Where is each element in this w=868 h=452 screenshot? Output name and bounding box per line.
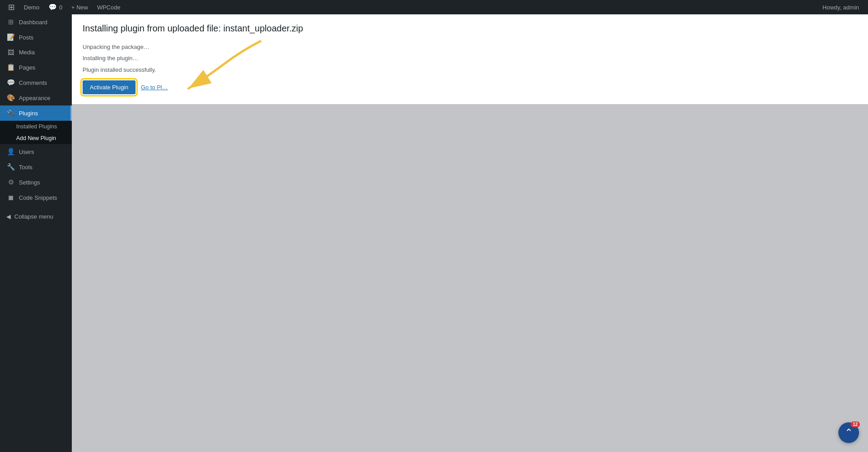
log-line-3: Plugin installed successfully. (83, 65, 857, 75)
users-icon: 👤 (6, 148, 15, 156)
collapse-menu-button[interactable]: ◀ Collapse menu (0, 210, 72, 224)
sidebar-item-comments[interactable]: 💬 Comments (0, 75, 72, 90)
appearance-label: Appearance (19, 95, 50, 101)
installed-plugins-link[interactable]: Installed Plugins (0, 121, 72, 132)
code-snippets-label: Code Snippets (19, 194, 57, 201)
media-icon: 🖼 (6, 48, 15, 56)
log-line-2: Installing the plugin… (83, 53, 857, 63)
posts-label: Posts (19, 34, 34, 41)
comments-count: 0 (59, 4, 62, 11)
sidebar-item-code-snippets[interactable]: ◼ Code Snippets (0, 190, 72, 205)
new-content-button[interactable]: + New (67, 0, 92, 14)
site-name-button[interactable]: Demo (19, 0, 44, 14)
admin-menu: ⊞ Dashboard 📝 Posts 🖼 Media 📋 Pages 💬 Co… (0, 14, 72, 452)
users-label: Users (19, 149, 34, 155)
support-badge: 12 (850, 421, 860, 427)
sidebar-item-users[interactable]: 👤 Users (0, 144, 72, 159)
posts-icon: 📝 (6, 33, 15, 41)
dashboard-icon: ⊞ (6, 18, 15, 26)
sidebar-item-tools[interactable]: 🔧 Tools (0, 159, 72, 175)
comments-menu-label: Comments (19, 79, 47, 86)
wp-logo-icon: ⊞ (8, 2, 15, 12)
support-button[interactable]: ⌃ 12 (838, 422, 859, 443)
plugins-submenu: Installed Plugins Add New Plugin (0, 121, 72, 144)
page-title: Installing plugin from uploaded file: in… (83, 23, 857, 34)
content-panel: Installing plugin from uploaded file: in… (72, 14, 868, 104)
gray-background (72, 104, 868, 452)
code-snippets-icon: ◼ (6, 193, 15, 202)
howdy-text: Howdy, admin (823, 4, 864, 11)
plugins-icon: 🔌 (6, 109, 15, 117)
sidebar-item-plugins[interactable]: 🔌 Plugins (0, 105, 72, 121)
sidebar-item-appearance[interactable]: 🎨 Appearance (0, 90, 72, 105)
add-new-plugin-link[interactable]: Add New Plugin (0, 132, 72, 144)
collapse-arrow-icon: ◀ (6, 213, 11, 220)
sidebar-item-media[interactable]: 🖼 Media (0, 45, 72, 60)
install-actions: Activate Plugin Go to Pl… (83, 80, 857, 94)
wp-logo-button[interactable]: ⊞ (4, 0, 19, 14)
comments-icon: 💬 (48, 3, 57, 11)
settings-label: Settings (19, 179, 40, 186)
site-name-label: Demo (24, 4, 39, 11)
activate-plugin-button[interactable]: Activate Plugin (83, 80, 136, 94)
collapse-label: Collapse menu (14, 213, 53, 220)
sidebar-item-posts[interactable]: 📝 Posts (0, 30, 72, 45)
wpcode-label: WPCode (97, 4, 120, 11)
main-content-area: Installing plugin from uploaded file: in… (72, 14, 868, 452)
comments-menu-icon: 💬 (6, 79, 15, 87)
new-label: + New (71, 4, 88, 11)
install-log: Unpacking the package… Installing the pl… (83, 42, 857, 75)
sidebar-item-pages[interactable]: 📋 Pages (0, 60, 72, 75)
dashboard-label: Dashboard (19, 19, 48, 26)
tools-icon: 🔧 (6, 163, 15, 171)
media-label: Media (19, 49, 35, 56)
support-icon: ⌃ (845, 427, 853, 439)
pages-label: Pages (19, 64, 35, 71)
sidebar-item-settings[interactable]: ⚙ Settings (0, 175, 72, 190)
comments-button[interactable]: 💬 0 (44, 0, 67, 14)
plugins-label: Plugins (19, 110, 38, 117)
admin-bar: ⊞ Demo 💬 0 + New WPCode Howdy, admin (0, 0, 868, 14)
go-to-plugins-link[interactable]: Go to Pl… (141, 84, 168, 91)
log-line-1: Unpacking the package… (83, 42, 857, 52)
pages-icon: 📋 (6, 63, 15, 71)
settings-icon: ⚙ (6, 178, 15, 186)
appearance-icon: 🎨 (6, 94, 15, 102)
wpcode-button[interactable]: WPCode (92, 0, 125, 14)
tools-label: Tools (19, 164, 32, 171)
sidebar-item-dashboard[interactable]: ⊞ Dashboard (0, 14, 72, 30)
